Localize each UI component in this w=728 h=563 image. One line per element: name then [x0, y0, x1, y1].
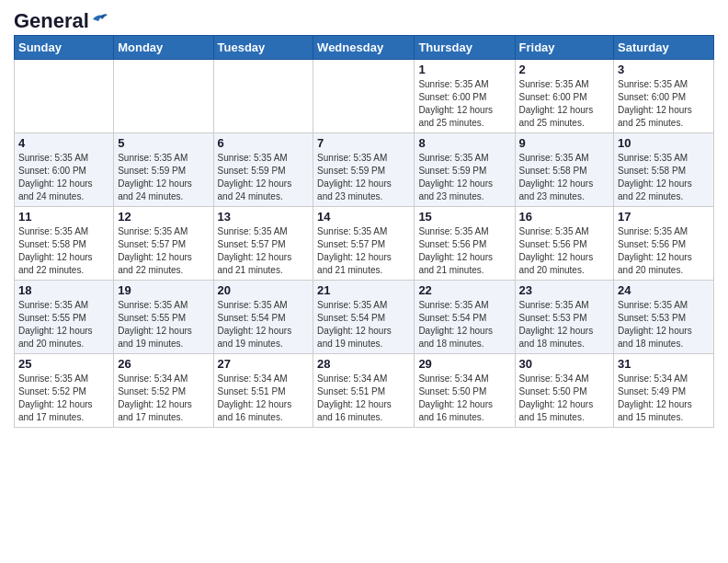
day-info: Sunrise: 5:35 AM Sunset: 5:57 PM Dayligh… [118, 225, 209, 277]
day-info: Sunrise: 5:35 AM Sunset: 6:00 PM Dayligh… [618, 78, 710, 130]
day-info: Sunrise: 5:35 AM Sunset: 5:58 PM Dayligh… [18, 225, 109, 277]
calendar-cell: 7Sunrise: 5:35 AM Sunset: 5:59 PM Daylig… [313, 133, 415, 207]
day-number: 31 [618, 357, 710, 371]
day-info: Sunrise: 5:34 AM Sunset: 5:51 PM Dayligh… [218, 373, 310, 424]
day-info: Sunrise: 5:35 AM Sunset: 5:52 PM Dayligh… [18, 373, 109, 424]
day-number: 9 [519, 136, 610, 150]
day-number: 27 [218, 357, 310, 371]
calendar-cell [114, 60, 213, 133]
day-number: 28 [317, 357, 410, 371]
week-row-4: 18Sunrise: 5:35 AM Sunset: 5:55 PM Dayli… [15, 281, 714, 354]
day-number: 13 [218, 210, 310, 224]
calendar-cell [213, 60, 313, 133]
day-number: 24 [618, 283, 710, 297]
calendar-cell: 24Sunrise: 5:35 AM Sunset: 5:53 PM Dayli… [614, 281, 714, 354]
day-number: 6 [218, 136, 310, 150]
day-number: 11 [18, 210, 109, 224]
calendar-cell: 25Sunrise: 5:35 AM Sunset: 5:52 PM Dayli… [15, 354, 114, 428]
calendar-cell: 1Sunrise: 5:35 AM Sunset: 6:00 PM Daylig… [415, 60, 515, 133]
day-info: Sunrise: 5:35 AM Sunset: 5:59 PM Dayligh… [317, 152, 410, 203]
calendar-cell: 31Sunrise: 5:34 AM Sunset: 5:49 PM Dayli… [614, 354, 714, 428]
calendar-cell: 12Sunrise: 5:35 AM Sunset: 5:57 PM Dayli… [114, 207, 213, 281]
day-info: Sunrise: 5:34 AM Sunset: 5:49 PM Dayligh… [618, 373, 710, 424]
week-row-5: 25Sunrise: 5:35 AM Sunset: 5:52 PM Dayli… [15, 354, 714, 428]
day-info: Sunrise: 5:35 AM Sunset: 5:57 PM Dayligh… [317, 225, 410, 277]
calendar-cell: 8Sunrise: 5:35 AM Sunset: 5:59 PM Daylig… [415, 133, 515, 207]
day-number: 29 [418, 357, 510, 371]
header-friday: Friday [515, 36, 614, 60]
day-info: Sunrise: 5:35 AM Sunset: 5:55 PM Dayligh… [18, 299, 109, 350]
calendar-cell: 27Sunrise: 5:34 AM Sunset: 5:51 PM Dayli… [213, 354, 313, 428]
day-number: 7 [317, 136, 410, 150]
day-number: 12 [118, 210, 209, 224]
header-row: SundayMondayTuesdayWednesdayThursdayFrid… [15, 36, 714, 60]
day-info: Sunrise: 5:35 AM Sunset: 5:53 PM Dayligh… [618, 299, 710, 350]
header-thursday: Thursday [415, 36, 515, 60]
logo: General [14, 9, 108, 29]
day-info: Sunrise: 5:35 AM Sunset: 5:54 PM Dayligh… [218, 299, 310, 350]
day-number: 16 [519, 210, 610, 224]
calendar-cell: 19Sunrise: 5:35 AM Sunset: 5:55 PM Dayli… [114, 281, 213, 354]
day-number: 5 [118, 136, 209, 150]
calendar-cell: 29Sunrise: 5:34 AM Sunset: 5:50 PM Dayli… [415, 354, 515, 428]
calendar-cell: 3Sunrise: 5:35 AM Sunset: 6:00 PM Daylig… [614, 60, 714, 133]
day-info: Sunrise: 5:35 AM Sunset: 5:56 PM Dayligh… [418, 225, 510, 277]
day-number: 2 [519, 63, 610, 76]
day-number: 3 [618, 63, 710, 76]
header-wednesday: Wednesday [313, 36, 415, 60]
calendar-cell: 20Sunrise: 5:35 AM Sunset: 5:54 PM Dayli… [213, 281, 313, 354]
day-info: Sunrise: 5:35 AM Sunset: 5:56 PM Dayligh… [519, 225, 610, 277]
logo-bird-icon [91, 12, 108, 25]
day-number: 8 [418, 136, 510, 150]
day-number: 23 [519, 283, 610, 297]
day-info: Sunrise: 5:34 AM Sunset: 5:51 PM Dayligh… [317, 373, 410, 424]
day-number: 19 [118, 283, 209, 297]
header-sunday: Sunday [15, 36, 114, 60]
week-row-3: 11Sunrise: 5:35 AM Sunset: 5:58 PM Dayli… [15, 207, 714, 281]
calendar-cell: 6Sunrise: 5:35 AM Sunset: 5:59 PM Daylig… [213, 133, 313, 207]
day-number: 18 [18, 283, 109, 297]
calendar-cell: 26Sunrise: 5:34 AM Sunset: 5:52 PM Dayli… [114, 354, 213, 428]
day-info: Sunrise: 5:35 AM Sunset: 5:58 PM Dayligh… [618, 152, 710, 203]
day-number: 21 [317, 283, 410, 297]
calendar-cell: 14Sunrise: 5:35 AM Sunset: 5:57 PM Dayli… [313, 207, 415, 281]
day-info: Sunrise: 5:34 AM Sunset: 5:50 PM Dayligh… [519, 373, 610, 424]
calendar-cell: 9Sunrise: 5:35 AM Sunset: 5:58 PM Daylig… [515, 133, 614, 207]
calendar-cell: 11Sunrise: 5:35 AM Sunset: 5:58 PM Dayli… [15, 207, 114, 281]
calendar-cell [15, 60, 114, 133]
day-info: Sunrise: 5:35 AM Sunset: 5:54 PM Dayligh… [317, 299, 410, 350]
calendar-cell: 23Sunrise: 5:35 AM Sunset: 5:53 PM Dayli… [515, 281, 614, 354]
calendar-cell: 21Sunrise: 5:35 AM Sunset: 5:54 PM Dayli… [313, 281, 415, 354]
week-row-1: 1Sunrise: 5:35 AM Sunset: 6:00 PM Daylig… [15, 60, 714, 133]
calendar-cell: 17Sunrise: 5:35 AM Sunset: 5:56 PM Dayli… [614, 207, 714, 281]
page-header: General [14, 9, 714, 29]
header-saturday: Saturday [614, 36, 714, 60]
day-number: 1 [418, 63, 510, 76]
calendar-cell: 30Sunrise: 5:34 AM Sunset: 5:50 PM Dayli… [515, 354, 614, 428]
day-number: 15 [418, 210, 510, 224]
day-info: Sunrise: 5:35 AM Sunset: 5:59 PM Dayligh… [418, 152, 510, 203]
week-row-2: 4Sunrise: 5:35 AM Sunset: 6:00 PM Daylig… [15, 133, 714, 207]
calendar-cell: 4Sunrise: 5:35 AM Sunset: 6:00 PM Daylig… [15, 133, 114, 207]
calendar-cell: 28Sunrise: 5:34 AM Sunset: 5:51 PM Dayli… [313, 354, 415, 428]
day-info: Sunrise: 5:35 AM Sunset: 5:58 PM Dayligh… [519, 152, 610, 203]
calendar-table: SundayMondayTuesdayWednesdayThursdayFrid… [14, 35, 714, 428]
day-info: Sunrise: 5:35 AM Sunset: 6:00 PM Dayligh… [519, 78, 610, 130]
day-number: 30 [519, 357, 610, 371]
day-number: 17 [618, 210, 710, 224]
calendar-cell: 15Sunrise: 5:35 AM Sunset: 5:56 PM Dayli… [415, 207, 515, 281]
calendar-cell: 2Sunrise: 5:35 AM Sunset: 6:00 PM Daylig… [515, 60, 614, 133]
day-info: Sunrise: 5:34 AM Sunset: 5:50 PM Dayligh… [418, 373, 510, 424]
calendar-cell: 16Sunrise: 5:35 AM Sunset: 5:56 PM Dayli… [515, 207, 614, 281]
calendar-cell [313, 60, 415, 133]
day-info: Sunrise: 5:35 AM Sunset: 5:57 PM Dayligh… [218, 225, 310, 277]
day-number: 10 [618, 136, 710, 150]
calendar-cell: 18Sunrise: 5:35 AM Sunset: 5:55 PM Dayli… [15, 281, 114, 354]
day-number: 25 [18, 357, 109, 371]
day-info: Sunrise: 5:35 AM Sunset: 5:59 PM Dayligh… [218, 152, 310, 203]
day-info: Sunrise: 5:35 AM Sunset: 5:54 PM Dayligh… [418, 299, 510, 350]
logo-general: General [14, 9, 89, 33]
header-monday: Monday [114, 36, 213, 60]
day-info: Sunrise: 5:35 AM Sunset: 5:55 PM Dayligh… [118, 299, 209, 350]
calendar-cell: 5Sunrise: 5:35 AM Sunset: 5:59 PM Daylig… [114, 133, 213, 207]
